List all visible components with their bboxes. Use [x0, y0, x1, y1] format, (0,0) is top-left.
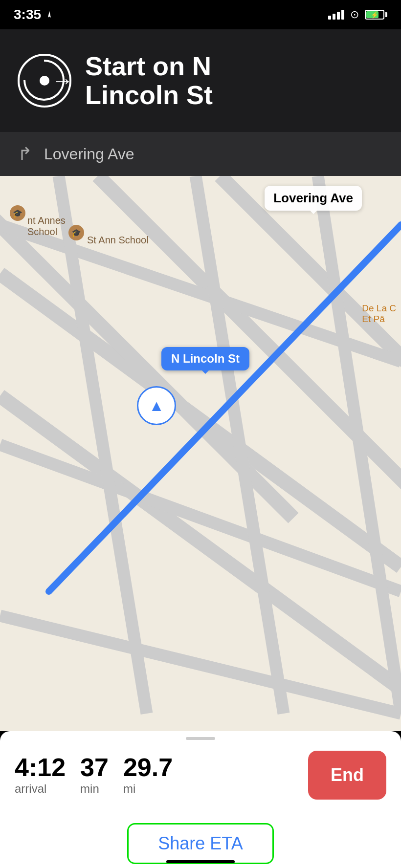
svg-line-9 — [196, 176, 284, 714]
lovering-callout: Lovering Ave — [265, 186, 362, 211]
battery-icon: ⚡ — [365, 10, 387, 20]
lincoln-callout: N Lincoln St — [161, 347, 249, 370]
miles-stat: 29.7 mi — [123, 755, 173, 796]
svg-line-1 — [0, 396, 401, 689]
school-label-2: St Ann School — [87, 235, 149, 246]
arrival-time: 4:12 — [15, 755, 66, 780]
location-indicator: ▲ — [137, 386, 176, 425]
end-button[interactable]: End — [308, 751, 386, 800]
turn-circle-svg — [20, 56, 68, 105]
secondary-street: Lovering Ave — [44, 145, 134, 163]
location-arrow-icon: ▲ — [149, 397, 164, 415]
drag-handle[interactable] — [186, 737, 215, 740]
nav-direction-line1: Start on N — [85, 52, 213, 81]
nav-secondary: ↱ Lovering Ave — [0, 132, 401, 176]
school-icon-2: 🎓 — [68, 225, 84, 240]
arrival-stat: 4:12 arrival — [15, 755, 66, 796]
miles-label: mi — [123, 782, 135, 796]
map-streets-svg — [0, 176, 401, 731]
arrival-label: arrival — [15, 782, 46, 796]
secondary-turn-icon: ↱ — [18, 144, 32, 164]
minutes-stat: 37 min — [80, 755, 109, 796]
status-icons: ⊙ ⚡ — [328, 8, 387, 21]
trip-stats: 4:12 arrival 37 min 29.7 mi — [15, 755, 298, 796]
bottom-panel: 4:12 arrival 37 min 29.7 mi End — [0, 731, 401, 819]
school-icon-1: 🎓 — [10, 205, 25, 221]
map-area: 🎓 nt AnnesSchool 🎓 St Ann School De La C… — [0, 176, 401, 731]
status-time: 3:35 — [14, 7, 54, 22]
signal-icon — [328, 10, 344, 20]
nav-direction: Start on N Lincoln St — [85, 52, 213, 110]
status-bar: 3:35 ⊙ ⚡ — [0, 0, 401, 29]
map-canvas: 🎓 nt AnnesSchool 🎓 St Ann School De La C… — [0, 176, 401, 731]
lovering-callout-text: Lovering Ave — [273, 191, 353, 205]
turn-icon: → — [18, 54, 71, 108]
lincoln-callout-text: N Lincoln St — [171, 352, 240, 365]
share-eta-button[interactable]: Share ETA — [127, 823, 273, 864]
nav-header: → Start on N Lincoln St — [0, 29, 401, 132]
wifi-icon: ⊙ — [350, 8, 359, 21]
school-label-1: nt AnnesSchool — [27, 215, 66, 238]
minutes-value: 37 — [80, 755, 109, 780]
home-indicator — [166, 860, 235, 863]
location-active-icon — [45, 10, 54, 19]
svg-line-7 — [0, 616, 401, 714]
clock: 3:35 — [14, 7, 41, 22]
minutes-label: min — [80, 782, 99, 796]
restaurant-label: De La CEt Pâ — [362, 303, 396, 325]
miles-value: 29.7 — [123, 755, 173, 780]
nav-direction-line2: Lincoln St — [85, 81, 213, 109]
